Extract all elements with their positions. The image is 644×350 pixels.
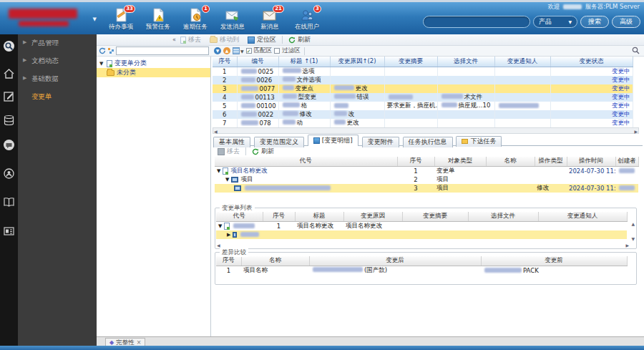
tab-dispatch-task[interactable]: 下达任务 <box>456 136 502 147</box>
detail-toolbar: 移去 刷新 <box>213 147 278 156</box>
table-row[interactable]: 5 00100 格 要求更新，插座机… 插座规…10 变更中 <box>213 102 633 110</box>
tree-root-node[interactable]: ▼ 变更单分类 <box>97 59 210 68</box>
order-list-header-row[interactable]: 代号序号 标题变更原因 变更摘要选择文件 变更通知人 <box>216 212 627 221</box>
logo-dropdown-caret-icon[interactable]: ▼ <box>93 16 97 22</box>
exclude-checkbox[interactable] <box>274 48 280 54</box>
brand-logo[interactable]: ▼ <box>7 6 97 31</box>
table-row-selected[interactable]: 3 项目 修改 2024-07-30 11:34 <box>215 184 638 193</box>
detail-remove-button[interactable]: 移去 <box>213 147 244 157</box>
difference-compare-box: 差异比较 序号名称 变更后变更前 1 项目名称 (国产款) PACK <box>215 252 637 285</box>
detail-refresh-button[interactable]: 刷新 <box>248 147 278 157</box>
collapse-triangle-icon[interactable]: ▼ <box>99 61 104 67</box>
document-icon <box>223 167 228 175</box>
alert-tasks-label: 预警任务 <box>140 23 177 30</box>
database-icon[interactable] <box>3 115 15 127</box>
sidebar-item-product-management[interactable]: ▶ 产品管理 <box>18 34 97 52</box>
column-options-dropdown[interactable]: ▼ <box>233 47 244 54</box>
left-icon-rail <box>0 34 18 346</box>
search-category-dropdown[interactable]: 产品 ▼ <box>533 16 577 28</box>
table-row[interactable]: 4 00113 型变更 错误 术文件 变更中 <box>213 93 633 102</box>
table-row[interactable]: 2 0026 文件选项 变更中 <box>213 76 633 84</box>
expand-triangle-icon[interactable]: ▶ <box>227 232 230 238</box>
id-card-icon[interactable] <box>3 225 15 237</box>
todo-label: 待办事项 <box>102 23 140 30</box>
find-next-button[interactable]: ▼ <box>214 47 221 54</box>
table-row[interactable]: 7 078 动 更改 变更中 <box>213 119 633 127</box>
status-strip <box>0 346 644 350</box>
collapse-triangle-icon[interactable]: ▼ <box>217 168 220 174</box>
overdue-tasks-button[interactable]: 1 逾期任务 <box>177 6 214 34</box>
locate-button[interactable]: 定位区 <box>243 35 280 45</box>
chevron-down-icon: ▼ <box>568 19 572 24</box>
panel-icon <box>248 37 255 44</box>
remove-button[interactable]: 移去 <box>176 35 205 45</box>
grid-header-row[interactable]: 序号编号 标题 ↑(1)变更原因↑(2) 变更摘要选择文件 变更通知人变更状态 <box>213 57 633 67</box>
online-users-button[interactable]: 3 在线用户 <box>288 6 326 34</box>
expand-triangle-icon: ▶ <box>23 57 26 63</box>
diff-header-row[interactable]: 序号名称 变更后变更前 <box>216 256 627 266</box>
sidebar-item-document-activity[interactable]: ▶ 文档动态 <box>18 52 97 70</box>
tab-change-attachments[interactable]: 变更附件 <box>362 137 399 147</box>
change-order-list-box: 变更单列表 代号序号 标题变更原因 变更摘要选择文件 变更通知人 ▼ <box>215 208 637 249</box>
table-row[interactable]: 1 0025 选项 变更中 <box>213 67 633 76</box>
send-message-button[interactable]: 发送消息 <box>214 6 251 34</box>
global-search-input[interactable] <box>423 16 530 28</box>
table-row[interactable]: 6 0022 修改 改 变更中 <box>213 110 633 119</box>
chat-icon[interactable] <box>3 139 15 151</box>
new-messages-label: 新消息 <box>251 23 288 30</box>
alert-tasks-button[interactable]: 预警任务 <box>140 6 177 34</box>
table-row-selected[interactable]: ▶ <box>216 230 627 239</box>
table-row[interactable]: ▼ 1 项目名称更改 项目名称更改 <box>216 221 627 230</box>
sidebar-item-change-order[interactable]: 变更单 <box>18 88 97 106</box>
table-row[interactable]: ▼ 项目名称更改 1 变更单 2024-07-30 11:34 <box>215 166 638 175</box>
app-logo-icon[interactable] <box>3 40 15 52</box>
detail-header-row[interactable]: 代号序号 对象类型名称 操作类型操作时间 创建者 <box>215 157 638 166</box>
tab-basic-properties[interactable]: 基本属性 <box>213 137 250 147</box>
todo-items-button[interactable]: 33 待办事项 <box>102 6 140 34</box>
table-row-selected[interactable]: 3 0077 变更点 更改 变更中 <box>213 84 633 93</box>
advanced-search-button[interactable]: 高级 <box>612 16 640 28</box>
exclude-checkbox-label: 过滤区 <box>282 47 301 55</box>
tree-node-uncategorized[interactable]: 未分类 <box>97 68 210 77</box>
home-icon[interactable] <box>3 67 15 79</box>
close-icon[interactable]: × <box>137 339 142 346</box>
support-target-icon[interactable] <box>3 167 15 180</box>
detail-tabs: 基本属性 变更范围定义 [变更明细] 变更附件 任务执行信息 下达任务 <box>213 135 643 146</box>
change-detail-grid: 代号序号 对象类型名称 操作类型操作时间 创建者 ▼ 项目名称更改 1 变更单 <box>215 157 638 193</box>
move-to-button[interactable]: 移动到 <box>205 35 243 45</box>
book-icon[interactable] <box>3 196 15 208</box>
refresh-button[interactable]: 刷新 <box>284 35 315 45</box>
collapse-triangle-icon[interactable]: ▼ <box>225 177 229 183</box>
top-header-bar: ▼ 33 待办事项 预警任务 <box>0 2 644 34</box>
sidebar-item-base-data[interactable]: ▶ 基础数据 <box>18 70 97 88</box>
expand-triangle-icon: ▶ <box>23 39 26 45</box>
tab-change-scope[interactable]: 变更范围定义 <box>254 137 304 147</box>
search-button[interactable]: 搜索 <box>580 16 609 28</box>
warning-document-icon <box>150 7 166 23</box>
tree-filter-input[interactable] <box>116 47 209 55</box>
search-icon[interactable] <box>632 47 640 54</box>
filter-toolbar: ▼ ▲ ▼ ✓ 匹配区 过滤区 <box>97 46 644 57</box>
grid-filter-controls: ▼ ▲ ▼ ✓ 匹配区 过滤区 <box>214 47 306 55</box>
new-messages-button[interactable]: 21 新消息 <box>251 6 288 34</box>
project-icon <box>231 177 238 183</box>
edit-icon[interactable] <box>3 90 15 102</box>
remove-icon <box>218 148 225 155</box>
collapse-triangle-icon[interactable]: ▼ <box>218 223 222 229</box>
folder-tab-icon <box>462 139 468 144</box>
horizontal-scrollbar[interactable]: ◀ ▶ <box>213 127 639 134</box>
table-row[interactable]: ▼ 项目 2 项目 <box>215 175 638 184</box>
tree-refresh-icon[interactable] <box>99 47 106 54</box>
overdue-badge: 1 <box>202 5 210 13</box>
find-prev-button[interactable]: ▲ <box>223 47 230 54</box>
table-row[interactable]: 1 项目名称 (国产款) PACK <box>216 266 627 275</box>
tab-task-execution[interactable]: 任务执行信息 <box>403 137 453 147</box>
toolbar-separator <box>282 36 283 44</box>
send-message-label: 发送消息 <box>214 23 251 30</box>
tree-structure-icon[interactable] <box>107 47 114 54</box>
quick-actions: 33 待办事项 预警任务 1 逾 <box>102 6 326 34</box>
grid-tab-icon <box>313 137 320 144</box>
toolbar-separator <box>304 47 305 55</box>
match-checkbox[interactable]: ✓ <box>246 48 252 54</box>
tab-change-detail[interactable]: [变更明细] <box>308 135 358 146</box>
